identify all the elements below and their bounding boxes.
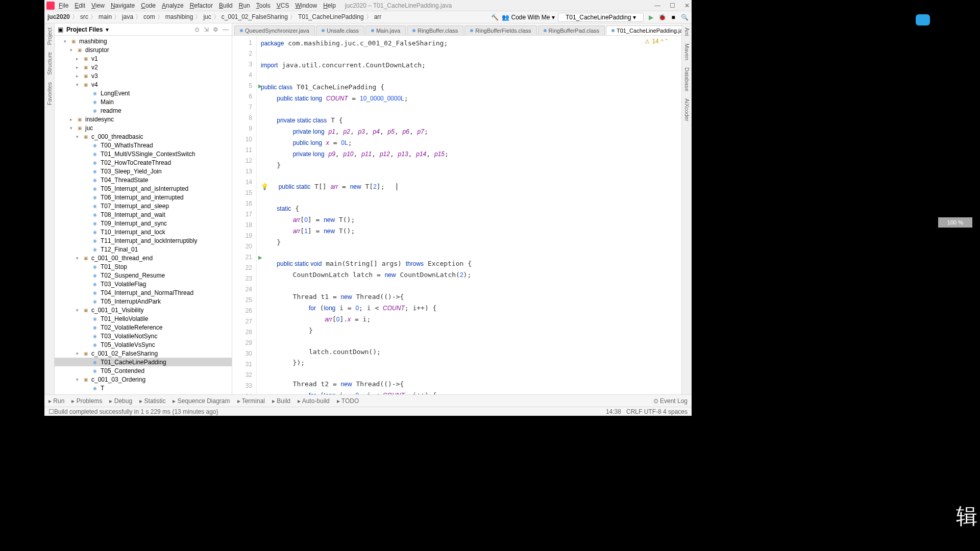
tree-node[interactable]: ◉T00_WhatIsThread: [55, 141, 232, 149]
tree-node[interactable]: ◉T08_Interrupt_and_wait: [55, 210, 232, 219]
menu-help[interactable]: Help: [323, 2, 336, 9]
tree-node[interactable]: ▸▣v3: [55, 71, 232, 80]
run-icon[interactable]: ▶: [647, 13, 655, 21]
sidebar-structure[interactable]: Structure: [46, 52, 53, 75]
tree-node[interactable]: ◉T05_Interrupt_and_isInterrupted: [55, 184, 232, 193]
tree-node[interactable]: ◉T04_Interrupt_and_NormalThread: [55, 288, 232, 297]
bottom-tab-problems[interactable]: ▸ Problems: [71, 397, 102, 405]
run-config-select[interactable]: T01_CacheLinePadding ▾: [558, 13, 644, 22]
tree-node[interactable]: ◉T05_Contended: [55, 366, 232, 375]
tree-node[interactable]: ◉T11_Interrupt_and_lockInterruptibly: [55, 236, 232, 245]
tree-node[interactable]: ▾▣v4: [55, 80, 232, 89]
tree-node[interactable]: ◉T12_Final_01: [55, 245, 232, 254]
breadcrumb-item[interactable]: java: [122, 13, 133, 20]
target-icon[interactable]: ⊙: [194, 26, 200, 33]
bottom-tab-sequence-diagram[interactable]: ▸ Sequence Diagram: [173, 397, 230, 405]
tree-node[interactable]: ◉T05_InterruptAndPark: [55, 297, 232, 306]
breadcrumb-item[interactable]: c_001_02_FalseSharing: [222, 13, 288, 20]
menu-build[interactable]: Build: [219, 2, 233, 9]
tree-node[interactable]: ◉T02_HowToCreateThread: [55, 158, 232, 167]
breadcrumb-item[interactable]: juc: [203, 13, 211, 20]
tree-node[interactable]: ◉T03_Sleep_Yield_Join: [55, 167, 232, 176]
menu-analyze[interactable]: Analyze: [162, 2, 184, 9]
tree-node[interactable]: ▾▣c_001_01_Visibility: [55, 306, 232, 314]
tree-node[interactable]: ◉LongEvent: [55, 89, 232, 97]
breadcrumb-item[interactable]: arr: [374, 13, 382, 20]
tree-node[interactable]: ◉T06_Interrupt_and_interrupted: [55, 193, 232, 202]
breadcrumb-item[interactable]: com: [143, 13, 155, 20]
tree-node[interactable]: ◉T07_Interrupt_and_sleep: [55, 202, 232, 210]
maximize-icon[interactable]: ☐: [670, 2, 675, 9]
tree-node[interactable]: ◉T03_VolatileFlag: [55, 280, 232, 288]
tree-node[interactable]: ▾▣disruptor: [55, 45, 232, 54]
tree-node[interactable]: ▾▣c_000_threadbasic: [55, 132, 232, 141]
tree-node[interactable]: ▾▣c_001_03_Ordering: [55, 375, 232, 384]
menu-edit[interactable]: Edit: [75, 2, 85, 9]
editor-tab[interactable]: RingBufferFields.class: [464, 26, 536, 35]
inspection-badge[interactable]: ⚠ 14 ^ ˅: [645, 38, 668, 45]
event-log-button[interactable]: ⊙ Event Log: [653, 397, 688, 405]
close-icon[interactable]: ✕: [684, 2, 690, 9]
code-with-me-button[interactable]: 👥 Code With Me ▾: [502, 14, 555, 21]
editor-tab[interactable]: T01_CacheLinePadding.java: [606, 26, 681, 35]
tree-node[interactable]: ◉T02_VolatileReference: [55, 323, 232, 332]
bottom-tab-run[interactable]: ▸ Run: [48, 397, 64, 405]
editor-tab[interactable]: RingBuffer.class: [407, 26, 463, 35]
tree-node[interactable]: ◉T01_HelloVolatile: [55, 314, 232, 323]
breadcrumb-item[interactable]: src: [80, 13, 88, 20]
tree-node[interactable]: ◉T: [55, 384, 232, 392]
tree-node[interactable]: ▸▣v1: [55, 54, 232, 63]
tree-node[interactable]: ◉T10_Interrupt_and_lock: [55, 228, 232, 236]
menu-view[interactable]: View: [91, 2, 105, 9]
tree-node[interactable]: ◉T03_VolatileNotSync: [55, 332, 232, 340]
main-menu[interactable]: FileEditViewNavigateCodeAnalyzeRefactorB…: [59, 2, 336, 9]
breadcrumb-item[interactable]: juc2020: [47, 13, 70, 20]
editor-tab[interactable]: QueuedSynchronizer.java: [234, 26, 315, 35]
tree-node[interactable]: ◉readme: [55, 106, 232, 115]
tree-node[interactable]: ▾▣c_001_02_FalseSharing: [55, 349, 232, 358]
menu-navigate[interactable]: Navigate: [111, 2, 135, 9]
tree-node[interactable]: ▾▣c_001_00_thread_end: [55, 254, 232, 262]
search-icon[interactable]: 🔍: [680, 13, 689, 21]
breadcrumb-item[interactable]: T01_CacheLinePadding: [298, 13, 364, 20]
editor-tab[interactable]: Unsafe.class: [316, 26, 364, 35]
bottom-tab-statistic[interactable]: ▸ Statistic: [139, 397, 165, 405]
sidebar-aixcoder[interactable]: AiXcoder: [684, 98, 690, 121]
sidebar-ant[interactable]: Ant: [684, 28, 690, 36]
code-editor[interactable]: package com.mashibing.juc.c_001_02_False…: [257, 36, 681, 394]
sidebar-project[interactable]: Project: [46, 28, 53, 45]
tree-node[interactable]: ◉T01_MultiVSSingle_ContextSwitch: [55, 149, 232, 158]
tree-node[interactable]: ▸▣insidesync: [55, 115, 232, 123]
hammer-icon[interactable]: 🔨: [491, 14, 499, 21]
stop-icon[interactable]: ■: [669, 13, 677, 21]
run-line-icon[interactable]: ▶: [258, 81, 262, 91]
sidebar-maven[interactable]: Maven: [684, 43, 690, 60]
tree-node[interactable]: ◉T04_ThreadState: [55, 176, 232, 184]
collapse-icon[interactable]: ⇲: [204, 26, 209, 33]
bottom-toolbar[interactable]: ▸ Run▸ Problems▸ Debug▸ Statistic▸ Seque…: [44, 394, 692, 407]
project-tree[interactable]: ▾▣mashibing▾▣disruptor▸▣v1▸▣v2▸▣v3▾▣v4◉L…: [55, 36, 232, 394]
hide-icon[interactable]: —: [223, 26, 229, 33]
menu-vcs[interactable]: VCS: [277, 2, 289, 9]
breadcrumb-item[interactable]: mashibing: [165, 13, 193, 20]
minimize-icon[interactable]: —: [654, 2, 660, 9]
tree-node[interactable]: ▾▣mashibing: [55, 37, 232, 45]
bottom-tab-debug[interactable]: ▸ Debug: [109, 397, 132, 405]
menu-run[interactable]: Run: [239, 2, 250, 9]
menu-refactor[interactable]: Refactor: [190, 2, 213, 9]
tree-node[interactable]: ◉Main: [55, 97, 232, 106]
editor-tab[interactable]: Main.java: [365, 26, 406, 35]
tree-node[interactable]: ◉T01_CacheLinePadding: [55, 358, 232, 366]
bottom-tab-todo[interactable]: ▸ TODO: [337, 397, 359, 405]
sidebar-favorites[interactable]: Favorites: [46, 82, 53, 105]
menu-file[interactable]: File: [59, 2, 68, 9]
menu-code[interactable]: Code: [141, 2, 156, 9]
run-line-icon[interactable]: ▶: [258, 252, 262, 263]
breadcrumb-item[interactable]: main: [99, 13, 112, 20]
editor-tab[interactable]: RingBufferPad.class: [538, 26, 605, 35]
bottom-tab-build[interactable]: ▸ Build: [272, 397, 290, 405]
bottom-tab-terminal[interactable]: ▸ Terminal: [237, 397, 265, 405]
menu-window[interactable]: Window: [295, 2, 317, 9]
tree-node[interactable]: ▾▣juc: [55, 123, 232, 132]
debug-icon[interactable]: 🐞: [658, 13, 666, 21]
